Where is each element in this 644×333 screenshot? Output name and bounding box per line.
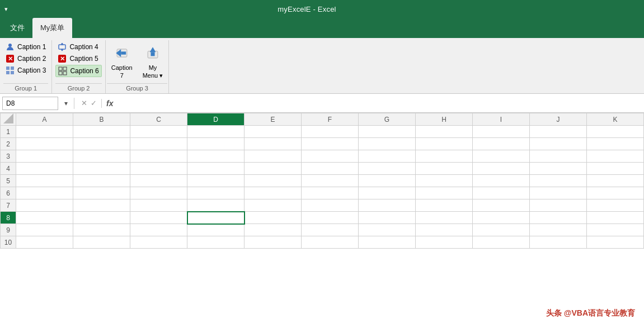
col-header-f[interactable]: F (302, 113, 359, 126)
formula-cancel-icon[interactable]: ✕ (81, 99, 87, 107)
cell-E5[interactable] (245, 175, 302, 187)
row-header-7[interactable]: 7 (1, 199, 16, 212)
cell-D3[interactable] (187, 150, 245, 163)
spreadsheet-wrapper[interactable]: A B C D E F G H I J K 12345678910 头条 @VB… (0, 113, 644, 331)
cell-B5[interactable] (73, 175, 130, 187)
menu-item-file[interactable]: 文件 (2, 18, 32, 38)
cell-C5[interactable] (130, 175, 187, 187)
cell-G3[interactable] (359, 150, 416, 163)
formula-fx-label[interactable]: fx (101, 99, 117, 108)
cell-J2[interactable] (530, 138, 587, 150)
cell-K7[interactable] (587, 199, 644, 212)
cell-G2[interactable] (359, 138, 416, 150)
cell-J3[interactable] (530, 150, 587, 163)
cell-K1[interactable] (587, 126, 644, 138)
cell-K3[interactable] (587, 150, 644, 163)
cell-F10[interactable] (302, 236, 359, 249)
formula-input[interactable] (119, 99, 642, 107)
cell-C8[interactable] (130, 212, 187, 224)
cell-G8[interactable] (359, 212, 416, 224)
cell-E9[interactable] (245, 224, 302, 236)
cell-J7[interactable] (530, 199, 587, 212)
cell-I10[interactable] (473, 236, 530, 249)
row-header-5[interactable]: 5 (1, 175, 16, 187)
caption1-button[interactable]: Caption 1 (3, 41, 48, 53)
cell-E2[interactable] (245, 138, 302, 150)
cell-B1[interactable] (73, 126, 130, 138)
caption3-button[interactable]: Caption 3 (3, 65, 48, 76)
cell-J9[interactable] (530, 224, 587, 236)
cell-H4[interactable] (416, 163, 473, 175)
row-header-9[interactable]: 9 (1, 224, 16, 236)
col-header-i[interactable]: I (473, 113, 530, 126)
cell-J5[interactable] (530, 175, 587, 187)
cell-I9[interactable] (473, 224, 530, 236)
caption6-button[interactable]: Caption 6 (55, 65, 101, 77)
cell-C3[interactable] (130, 150, 187, 163)
cell-H2[interactable] (416, 138, 473, 150)
cell-B3[interactable] (73, 150, 130, 163)
cell-C2[interactable] (130, 138, 187, 150)
cell-C9[interactable] (130, 224, 187, 236)
cell-A10[interactable] (16, 236, 73, 249)
cell-G6[interactable] (359, 187, 416, 199)
col-header-b[interactable]: B (73, 113, 130, 126)
row-header-6[interactable]: 6 (1, 187, 16, 199)
cell-D6[interactable] (187, 187, 245, 199)
cell-K2[interactable] (587, 138, 644, 150)
cell-B8[interactable] (73, 212, 130, 224)
cell-E4[interactable] (245, 163, 302, 175)
cell-D5[interactable] (187, 175, 245, 187)
quick-access-icon[interactable]: ▾ (4, 6, 8, 13)
cell-I7[interactable] (473, 199, 530, 212)
cell-I4[interactable] (473, 163, 530, 175)
cell-A4[interactable] (16, 163, 73, 175)
cell-G7[interactable] (359, 199, 416, 212)
col-header-d[interactable]: D (187, 113, 245, 126)
cell-E3[interactable] (245, 150, 302, 163)
cell-H1[interactable] (416, 126, 473, 138)
cell-I8[interactable] (473, 212, 530, 224)
cell-H6[interactable] (416, 187, 473, 199)
cell-B9[interactable] (73, 224, 130, 236)
cell-A5[interactable] (16, 175, 73, 187)
cell-E1[interactable] (245, 126, 302, 138)
cell-F4[interactable] (302, 163, 359, 175)
cell-F8[interactable] (302, 212, 359, 224)
cell-I1[interactable] (473, 126, 530, 138)
cell-F9[interactable] (302, 224, 359, 236)
caption2-button[interactable]: ✕ Caption 2 (3, 53, 48, 64)
row-header-10[interactable]: 10 (1, 236, 16, 249)
cell-H8[interactable] (416, 212, 473, 224)
cell-J1[interactable] (530, 126, 587, 138)
cell-K9[interactable] (587, 224, 644, 236)
cell-H9[interactable] (416, 224, 473, 236)
cell-H3[interactable] (416, 150, 473, 163)
cell-K10[interactable] (587, 236, 644, 249)
cell-A2[interactable] (16, 138, 73, 150)
cell-B4[interactable] (73, 163, 130, 175)
cell-K8[interactable] (587, 212, 644, 224)
cell-ref-chevron[interactable]: ▾ (62, 99, 70, 108)
cell-J6[interactable] (530, 187, 587, 199)
cell-F7[interactable] (302, 199, 359, 212)
col-header-h[interactable]: H (416, 113, 473, 126)
cell-B7[interactable] (73, 199, 130, 212)
cell-A9[interactable] (16, 224, 73, 236)
caption4-button[interactable]: Caption 4 (55, 41, 101, 53)
col-header-a[interactable]: A (16, 113, 73, 126)
cell-C1[interactable] (130, 126, 187, 138)
cell-D2[interactable] (187, 138, 245, 150)
cell-K6[interactable] (587, 187, 644, 199)
cell-C6[interactable] (130, 187, 187, 199)
cell-H5[interactable] (416, 175, 473, 187)
cell-C7[interactable] (130, 199, 187, 212)
cell-A8[interactable] (16, 212, 73, 224)
cell-C10[interactable] (130, 236, 187, 249)
row-header-8[interactable]: 8 (1, 212, 16, 224)
cell-F6[interactable] (302, 187, 359, 199)
row-header-1[interactable]: 1 (1, 126, 16, 138)
cell-D7[interactable] (187, 199, 245, 212)
col-header-j[interactable]: J (530, 113, 587, 126)
col-header-g[interactable]: G (359, 113, 416, 126)
